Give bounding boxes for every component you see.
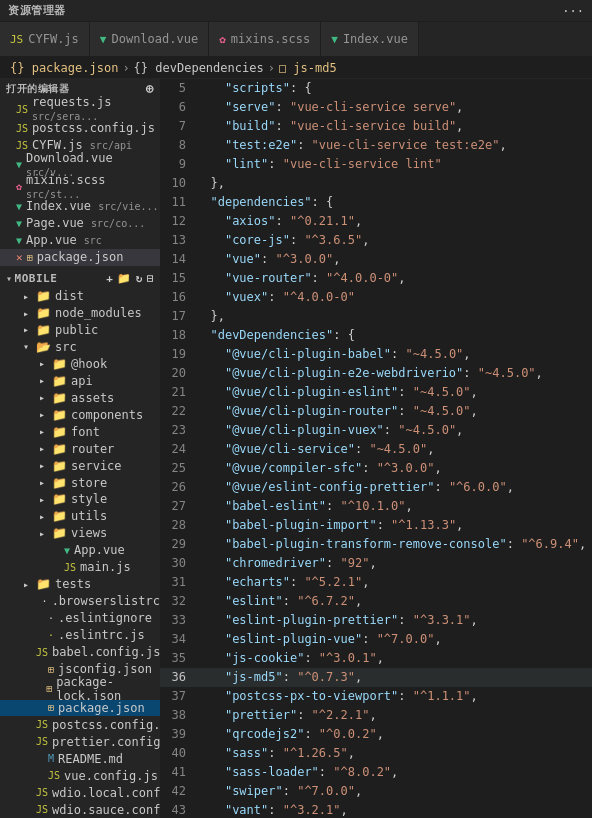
chevron-icon: [36, 494, 48, 505]
js-icon: JS: [36, 719, 48, 730]
mobile-section-header[interactable]: ▾ MOBILE + 📁 ↻ ⊟: [0, 270, 160, 288]
line-content: "axios": "^0.21.1",: [196, 212, 592, 231]
folder-label: assets: [71, 391, 114, 405]
tree-wdiosauces[interactable]: JS wdio.sauce.conf.js: [0, 801, 160, 818]
tree-views[interactable]: 📁 views: [0, 525, 160, 542]
file-label: package-lock.json: [56, 675, 160, 703]
tree-prettierconfig[interactable]: JS prettier.config.js: [0, 733, 160, 750]
js-icon: JS: [16, 140, 28, 151]
line-number: 25: [160, 459, 196, 478]
tree-utils[interactable]: 📁 utils: [0, 508, 160, 525]
tree-postcssconfig[interactable]: JS postcss.config.js: [0, 716, 160, 733]
tree-node-modules[interactable]: 📁 node_modules: [0, 305, 160, 322]
dot-icon: ·: [48, 630, 54, 641]
chevron-icon: [36, 511, 48, 522]
line-number: 35: [160, 649, 196, 668]
tree-store[interactable]: 📁 store: [0, 474, 160, 491]
tree-mainjs[interactable]: JS main.js: [0, 559, 160, 576]
folder-icon: 📁: [36, 289, 51, 303]
line-number: 36: [160, 668, 196, 687]
folder-label: node_modules: [55, 306, 142, 320]
tree-src[interactable]: 📂 src: [0, 338, 160, 355]
tree-assets[interactable]: 📁 assets: [0, 389, 160, 406]
tree-router[interactable]: 📁 router: [0, 440, 160, 457]
tree-api[interactable]: 📁 api: [0, 372, 160, 389]
line-number: 28: [160, 516, 196, 535]
js-icon: JS: [64, 562, 76, 573]
tree-wdiolocal[interactable]: JS wdio.local.conf.js: [0, 784, 160, 801]
tree-eslintignore[interactable]: · .eslintignore: [0, 610, 160, 627]
chevron-icon: [36, 358, 48, 369]
tree-tests[interactable]: 📁 tests: [0, 576, 160, 593]
tree-dist[interactable]: 📁 dist: [0, 288, 160, 305]
tree-browserslistrc[interactable]: · .browserslistrc: [0, 593, 160, 610]
tab-download[interactable]: ▼ Download.vue: [90, 22, 209, 57]
line-number: 26: [160, 478, 196, 497]
tree-packagejson[interactable]: ⊞ package.json: [0, 700, 160, 717]
line-number: 5: [160, 79, 196, 98]
code-line-18: 18 "devDependencies": {: [160, 326, 592, 345]
breadcrumb: {} package.json › {} devDependencies › □…: [0, 57, 592, 79]
code-line-9: 9 "lint": "vue-cli-service lint": [160, 155, 592, 174]
folder-label: tests: [55, 577, 91, 591]
open-file-page[interactable]: ▼ Page.vue src/co...: [0, 215, 160, 232]
open-file-index[interactable]: ▼ Index.vue src/vie...: [0, 198, 160, 215]
tab-label: Index.vue: [343, 32, 408, 46]
ellipsis-icon[interactable]: ···: [562, 4, 584, 18]
tree-font[interactable]: 📁 font: [0, 423, 160, 440]
file-package-json-x[interactable]: ✕ ⊞ package.json: [0, 249, 160, 266]
line-number: 17: [160, 307, 196, 326]
line-number: 11: [160, 193, 196, 212]
code-line-8: 8 "test:e2e": "vue-cli-service test:e2e"…: [160, 136, 592, 155]
new-file-icon[interactable]: +: [106, 272, 113, 285]
open-file-requests[interactable]: JS requests.js src/sera...: [0, 98, 160, 120]
tab-mixins[interactable]: ✿ mixins.scss: [209, 22, 321, 57]
tree-eslintrc[interactable]: · .eslintrc.js: [0, 627, 160, 644]
open-file-postcss[interactable]: JS postcss.config.js: [0, 120, 160, 137]
file-label: requests.js src/sera...: [32, 95, 160, 123]
line-number: 43: [160, 801, 196, 818]
chevron-icon: [20, 308, 32, 319]
folder-label: font: [71, 425, 100, 439]
chevron-icon: [36, 392, 48, 403]
line-content: "scripts": {: [196, 79, 592, 98]
top-bar: 资源管理器 ···: [0, 0, 592, 22]
tab-index[interactable]: ▼ Index.vue: [321, 22, 419, 57]
json-icon: ⊞: [46, 683, 52, 694]
tab-cyfw[interactable]: JS CYFW.js: [0, 22, 90, 57]
code-line-21: 21 "@vue/cli-plugin-eslint": "~4.5.0",: [160, 383, 592, 402]
tree-style[interactable]: 📁 style: [0, 491, 160, 508]
tree-packagelock[interactable]: ⊞ package-lock.json: [0, 678, 160, 700]
folder-label: public: [55, 323, 98, 337]
open-file-app[interactable]: ▼ App.vue src: [0, 232, 160, 249]
line-number: 19: [160, 345, 196, 364]
open-file-mixins[interactable]: ✿ mixins.scss src/st...: [0, 176, 160, 198]
code-editor[interactable]: 5 "scripts": {6 "serve": "vue-cli-servic…: [160, 79, 592, 818]
tree-babelconfig[interactable]: JS babel.config.js: [0, 644, 160, 661]
collapse-icon[interactable]: ⊟: [147, 272, 154, 285]
tab-label: Download.vue: [111, 32, 198, 46]
folder-label: style: [71, 492, 107, 506]
file-label: package.json: [58, 701, 145, 715]
code-line-37: 37 "postcss-px-to-viewport": "^1.1.1",: [160, 687, 592, 706]
new-folder-icon[interactable]: 📁: [117, 272, 132, 285]
code-line-26: 26 "@vue/eslint-config-prettier": "^6.0.…: [160, 478, 592, 497]
new-file-icon[interactable]: ⊕: [146, 81, 154, 96]
chevron-icon: [20, 291, 32, 302]
line-content: "@vue/compiler-sfc": "^3.0.0",: [196, 459, 592, 478]
breadcrumb-item-2: {} devDependencies: [134, 61, 264, 75]
tree-readme[interactable]: M README.md: [0, 750, 160, 767]
close-icon[interactable]: ✕: [16, 251, 23, 264]
tree-service[interactable]: 📁 service: [0, 457, 160, 474]
tree-components[interactable]: 📁 components: [0, 406, 160, 423]
refresh-icon[interactable]: ↻: [136, 272, 143, 285]
tree-public[interactable]: 📁 public: [0, 321, 160, 338]
code-line-32: 32 "eslint": "^6.7.2",: [160, 592, 592, 611]
tree-hook[interactable]: 📁 @hook: [0, 355, 160, 372]
code-line-10: 10 },: [160, 174, 592, 193]
code-line-23: 23 "@vue/cli-plugin-vuex": "~4.5.0",: [160, 421, 592, 440]
code-line-16: 16 "vuex": "^4.0.0-0": [160, 288, 592, 307]
tree-appvue[interactable]: ▼ App.vue: [0, 542, 160, 559]
line-content: "qrcodejs2": "^0.0.2",: [196, 725, 592, 744]
tree-vueconfig[interactable]: JS vue.config.js: [0, 767, 160, 784]
